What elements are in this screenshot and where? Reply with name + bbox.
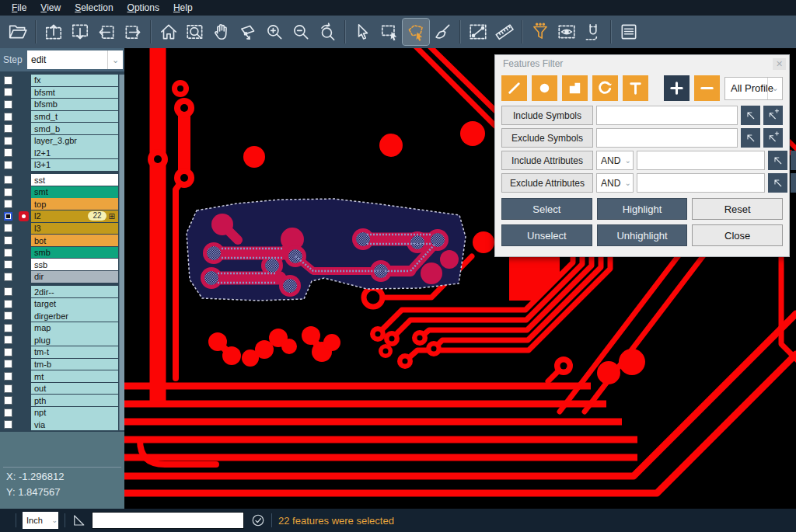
exclude-attributes-operator-select[interactable]: AND⌄ bbox=[596, 173, 634, 193]
menu-selection[interactable]: Selection bbox=[68, 1, 120, 15]
unhighlight-button[interactable]: Unhighlight bbox=[597, 224, 688, 246]
features-filter-icon[interactable] bbox=[527, 19, 553, 45]
layer-chip[interactable]: smd_b bbox=[31, 123, 118, 134]
filter-text-button[interactable] bbox=[623, 75, 648, 101]
layer-chip[interactable]: dir bbox=[31, 271, 118, 283]
layer-visibility-checkbox[interactable] bbox=[0, 188, 16, 196]
open-folder-icon[interactable] bbox=[5, 19, 31, 45]
layer-visibility-checkbox[interactable] bbox=[0, 88, 16, 96]
view-options-icon[interactable] bbox=[553, 19, 580, 45]
layer-row[interactable]: pth bbox=[0, 395, 124, 406]
layer-chip[interactable]: smd_t bbox=[31, 111, 118, 123]
pan-hand-icon[interactable] bbox=[208, 19, 235, 45]
zoom-out-icon[interactable] bbox=[288, 19, 314, 45]
pick-arrow-icon[interactable] bbox=[768, 173, 787, 193]
layer-chip[interactable]: smt bbox=[31, 186, 118, 198]
close-button[interactable]: Close bbox=[692, 224, 783, 246]
layer-chip[interactable]: bfsmt bbox=[31, 87, 118, 99]
layer-chip[interactable]: mt bbox=[31, 370, 118, 382]
measure-ruler-icon[interactable] bbox=[491, 19, 518, 45]
shift-up-icon[interactable] bbox=[40, 19, 67, 45]
layer-chip[interactable]: out bbox=[31, 383, 118, 395]
menu-file[interactable]: File bbox=[5, 1, 33, 15]
home-view-icon[interactable] bbox=[155, 19, 182, 45]
layer-row[interactable]: sst bbox=[0, 174, 124, 186]
layer-visibility-checkbox[interactable] bbox=[0, 311, 16, 320]
layer-chip[interactable]: npt bbox=[31, 407, 118, 419]
layer-list-scrollbar[interactable] bbox=[119, 75, 124, 430]
menu-options[interactable]: Options bbox=[120, 1, 166, 15]
pick-arrow-plus-icon[interactable] bbox=[791, 151, 796, 170]
include-symbols-input[interactable] bbox=[596, 106, 738, 125]
layer-visibility-checkbox[interactable] bbox=[0, 260, 16, 269]
layer-row[interactable]: top bbox=[0, 198, 124, 210]
layer-chip[interactable]: pth bbox=[31, 395, 118, 406]
pick-arrow-plus-icon[interactable] bbox=[791, 173, 796, 193]
layer-row[interactable]: smt bbox=[0, 186, 124, 198]
filter-add-button[interactable] bbox=[664, 75, 690, 101]
filter-arc-button[interactable] bbox=[592, 75, 618, 101]
pick-arrow-plus-icon[interactable] bbox=[763, 106, 783, 125]
pick-arrow-icon[interactable] bbox=[741, 106, 760, 125]
menu-view[interactable]: View bbox=[33, 1, 68, 15]
layer-row[interactable]: dirgerber bbox=[0, 310, 124, 322]
unselect-button[interactable]: Unselect bbox=[501, 224, 592, 246]
layer-row[interactable]: layer_3.gbr bbox=[0, 135, 124, 147]
layer-chip[interactable]: dirgerber bbox=[31, 310, 118, 322]
pick-arrow-icon[interactable] bbox=[741, 128, 760, 148]
layer-row[interactable]: map bbox=[0, 322, 124, 334]
dialog-title-bar[interactable]: Features Filter ✕ bbox=[495, 55, 789, 72]
layer-chip[interactable]: fx bbox=[31, 75, 118, 86]
layer-row[interactable]: smd_b bbox=[0, 123, 124, 134]
reset-button[interactable]: Reset bbox=[692, 198, 783, 220]
layer-chip[interactable]: l2 22 ⊞ bbox=[31, 210, 118, 222]
zoom-polygon-icon[interactable] bbox=[235, 19, 261, 45]
layer-visibility-checkbox[interactable] bbox=[0, 76, 16, 85]
layer-chip[interactable]: target bbox=[31, 298, 118, 310]
select-brush-icon[interactable] bbox=[429, 19, 456, 45]
layer-visibility-checkbox[interactable] bbox=[0, 336, 16, 344]
layer-visibility-checkbox[interactable] bbox=[0, 236, 16, 245]
layer-chip[interactable]: map bbox=[31, 322, 118, 334]
layer-row[interactable]: bfsmb bbox=[0, 99, 124, 110]
layer-visibility-checkbox[interactable] bbox=[0, 372, 16, 381]
layer-row[interactable]: tm-b bbox=[0, 359, 124, 370]
zoom-in-icon[interactable] bbox=[261, 19, 288, 45]
layer-chip[interactable]: plug bbox=[31, 334, 118, 346]
select-arrow-icon[interactable] bbox=[350, 19, 376, 45]
layer-row[interactable]: l2+1 bbox=[0, 147, 124, 158]
layer-row[interactable]: mt bbox=[0, 370, 124, 382]
layer-row[interactable]: via bbox=[0, 419, 124, 430]
layer-chip[interactable]: bot bbox=[31, 235, 118, 246]
apply-check-icon[interactable] bbox=[251, 513, 265, 527]
layer-row[interactable]: l3+1 bbox=[0, 159, 124, 171]
layer-visibility-checkbox[interactable] bbox=[0, 287, 16, 296]
exclude-symbols-button[interactable]: Exclude Symbols bbox=[501, 128, 593, 148]
layer-visibility-checkbox[interactable] bbox=[0, 212, 16, 221]
zoom-previous-icon[interactable] bbox=[314, 19, 340, 45]
layer-visibility-checkbox[interactable] bbox=[0, 224, 16, 232]
pick-arrow-plus-icon[interactable] bbox=[763, 128, 783, 148]
shift-right-icon[interactable] bbox=[120, 19, 146, 45]
layer-chip[interactable]: sst bbox=[31, 174, 118, 186]
layer-chip[interactable]: smb bbox=[31, 247, 118, 259]
profile-select[interactable]: All Profile ⌄ bbox=[724, 77, 783, 100]
filter-remove-button[interactable] bbox=[694, 75, 720, 101]
close-icon[interactable]: ✕ bbox=[773, 58, 786, 70]
shift-down-icon[interactable] bbox=[67, 19, 93, 45]
include-attributes-button[interactable]: Include Attributes bbox=[501, 151, 593, 170]
layer-chip[interactable]: l3+1 bbox=[31, 159, 118, 171]
zoom-area-icon[interactable] bbox=[182, 19, 208, 45]
filter-pad-button[interactable] bbox=[532, 75, 557, 101]
select-polygon-icon[interactable] bbox=[403, 19, 429, 45]
layer-row[interactable]: l2 22 ⊞ bbox=[0, 210, 124, 222]
layer-row[interactable]: target bbox=[0, 298, 124, 310]
pick-arrow-icon[interactable] bbox=[768, 151, 787, 170]
layer-chip[interactable]: layer_3.gbr bbox=[31, 135, 118, 147]
exclude-symbols-input[interactable] bbox=[596, 128, 738, 148]
layer-chip[interactable]: l3 bbox=[31, 223, 118, 235]
layer-chip[interactable]: 2dir-- bbox=[31, 286, 118, 297]
layer-visibility-checkbox[interactable] bbox=[0, 273, 16, 281]
layer-chip[interactable]: ssb bbox=[31, 259, 118, 270]
layer-visibility-checkbox[interactable] bbox=[0, 324, 16, 332]
